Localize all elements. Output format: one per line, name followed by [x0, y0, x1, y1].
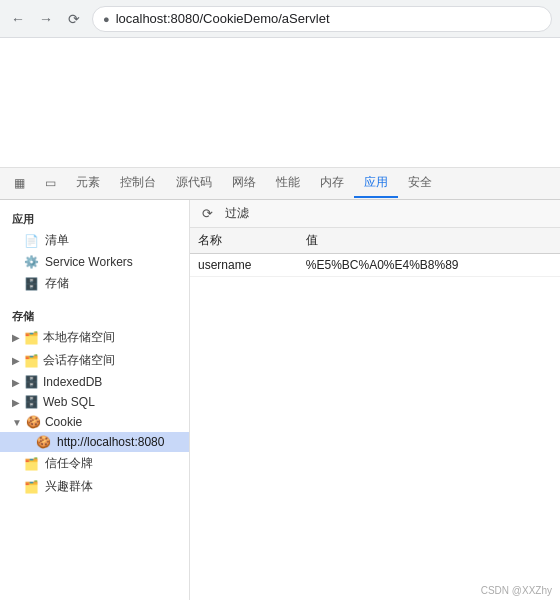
- refresh-button[interactable]: ⟳: [198, 204, 217, 223]
- sidebar-item-cookie[interactable]: ▼ 🍪 Cookie: [0, 412, 189, 432]
- expand-local-storage-icon: ▶: [12, 332, 20, 343]
- column-name: 名称: [190, 228, 298, 254]
- tab-application[interactable]: 应用: [354, 169, 398, 198]
- table-header: 名称 值: [190, 228, 560, 254]
- web-sql-label: Web SQL: [43, 395, 95, 409]
- back-button[interactable]: ←: [8, 9, 28, 29]
- session-storage-icon: 🗂️: [24, 354, 39, 368]
- manifest-icon: 📄: [24, 234, 39, 248]
- sidebar-item-storage[interactable]: 🗄️ 存储: [0, 272, 189, 295]
- expand-cookie-icon: ▼: [12, 417, 22, 428]
- expand-session-storage-icon: ▶: [12, 355, 20, 366]
- local-storage-icon: 🗂️: [24, 331, 39, 345]
- sidebar-item-storage-label: 存储: [45, 275, 69, 292]
- content-toolbar: ⟳ 过滤: [190, 200, 560, 228]
- sidebar-item-local-storage[interactable]: ▶ 🗂️ 本地存储空间: [0, 326, 189, 349]
- sidebar-item-cookie-localhost[interactable]: 🍪 http://localhost:8080: [0, 432, 189, 452]
- tab-console[interactable]: 控制台: [110, 169, 166, 198]
- webpage-area: [0, 38, 560, 168]
- web-sql-icon: 🗄️: [24, 395, 39, 409]
- cookie-localhost-icon: 🍪: [36, 435, 51, 449]
- reload-button[interactable]: ⟳: [64, 9, 84, 29]
- sidebar-item-manifest[interactable]: 📄 清单: [0, 229, 189, 252]
- url-text: localhost:8080/CookieDemo/aServlet: [116, 11, 330, 26]
- devtools-tabs: ▦ ▭ 元素 控制台 源代码 网络 性能 内存 应用 安全: [0, 168, 560, 200]
- cell-name: username: [190, 254, 298, 277]
- interest-groups-icon: 🗂️: [24, 480, 39, 494]
- tab-network[interactable]: 网络: [222, 169, 266, 198]
- devtools-body: 应用 📄 清单 ⚙️ Service Workers 🗄️ 存储 存储 ▶ 🗂️…: [0, 200, 560, 600]
- indexeddb-icon: 🗄️: [24, 375, 39, 389]
- filter-label: 过滤: [225, 205, 249, 222]
- trust-tokens-icon: 🗂️: [24, 457, 39, 471]
- session-storage-label: 会话存储空间: [43, 352, 115, 369]
- tab-performance[interactable]: 性能: [266, 169, 310, 198]
- browser-chrome: ← → ⟳ ● localhost:8080/CookieDemo/aServl…: [0, 0, 560, 38]
- cookie-icon: 🍪: [26, 415, 41, 429]
- cookie-label: Cookie: [45, 415, 82, 429]
- sidebar-item-session-storage[interactable]: ▶ 🗂️ 会话存储空间: [0, 349, 189, 372]
- sidebar: 应用 📄 清单 ⚙️ Service Workers 🗄️ 存储 存储 ▶ 🗂️…: [0, 200, 190, 600]
- lock-icon: ●: [103, 13, 110, 25]
- expand-indexeddb-icon: ▶: [12, 377, 20, 388]
- main-content: ⟳ 过滤 名称 值 username %E5%BC%A0%E4%B8%89: [190, 200, 560, 600]
- sidebar-item-service-workers[interactable]: ⚙️ Service Workers: [0, 252, 189, 272]
- section-title-app: 应用: [0, 206, 189, 229]
- sidebar-item-web-sql[interactable]: ▶ 🗄️ Web SQL: [0, 392, 189, 412]
- local-storage-label: 本地存储空间: [43, 329, 115, 346]
- forward-button[interactable]: →: [36, 9, 56, 29]
- interest-groups-label: 兴趣群体: [45, 478, 93, 495]
- sidebar-item-indexeddb[interactable]: ▶ 🗄️ IndexedDB: [0, 372, 189, 392]
- storage-icon: 🗄️: [24, 277, 39, 291]
- service-workers-icon: ⚙️: [24, 255, 39, 269]
- tab-elements[interactable]: 元素: [66, 169, 110, 198]
- tab-sources[interactable]: 源代码: [166, 169, 222, 198]
- table-body: username %E5%BC%A0%E4%B8%89: [190, 254, 560, 277]
- sidebar-item-trust-tokens[interactable]: 🗂️ 信任令牌: [0, 452, 189, 475]
- tab-inspector-icon[interactable]: ▦: [4, 170, 35, 198]
- indexeddb-label: IndexedDB: [43, 375, 102, 389]
- column-value: 值: [298, 228, 560, 254]
- trust-tokens-label: 信任令牌: [45, 455, 93, 472]
- expand-web-sql-icon: ▶: [12, 397, 20, 408]
- address-bar[interactable]: ● localhost:8080/CookieDemo/aServlet: [92, 6, 552, 32]
- cookie-localhost-label: http://localhost:8080: [57, 435, 164, 449]
- tab-memory[interactable]: 内存: [310, 169, 354, 198]
- sidebar-item-interest-groups[interactable]: 🗂️ 兴趣群体: [0, 475, 189, 498]
- table-row[interactable]: username %E5%BC%A0%E4%B8%89: [190, 254, 560, 277]
- cookie-table: 名称 值 username %E5%BC%A0%E4%B8%89: [190, 228, 560, 277]
- data-table: 名称 值 username %E5%BC%A0%E4%B8%89: [190, 228, 560, 600]
- watermark: CSDN @XXZhy: [481, 585, 552, 596]
- tab-device-icon[interactable]: ▭: [35, 170, 66, 198]
- cell-value: %E5%BC%A0%E4%B8%89: [298, 254, 560, 277]
- tab-security[interactable]: 安全: [398, 169, 442, 198]
- section-title-storage: 存储: [0, 303, 189, 326]
- sidebar-item-service-workers-label: Service Workers: [45, 255, 133, 269]
- sidebar-item-manifest-label: 清单: [45, 232, 69, 249]
